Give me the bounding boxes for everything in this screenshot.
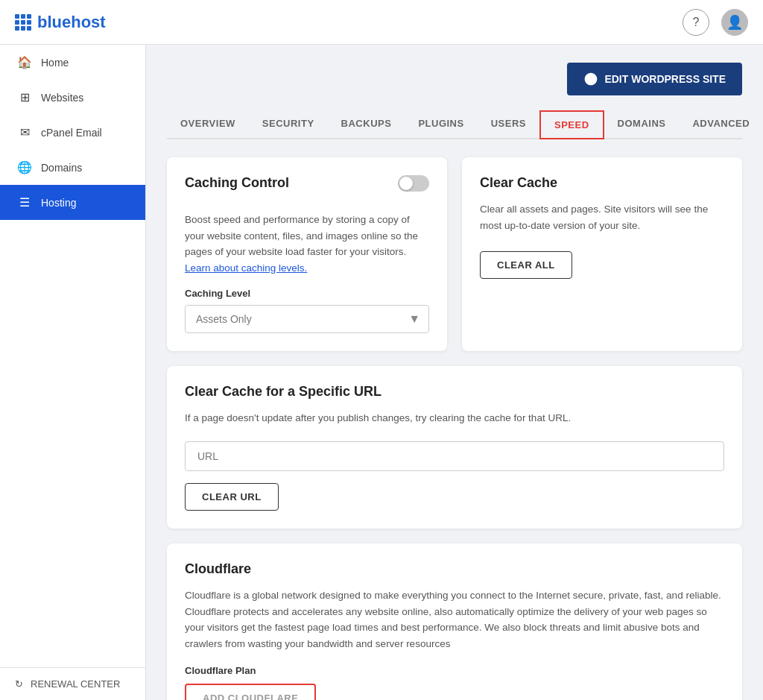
tabs-row: OVERVIEW SECURITY BACKUPS PLUGINS USERS …	[167, 110, 742, 139]
logo-grid-icon	[15, 14, 31, 31]
help-icon: ?	[693, 16, 700, 29]
email-icon: ✉	[17, 125, 32, 139]
tab-plugins[interactable]: PLUGINS	[405, 110, 477, 139]
clear-cache-description: Clear all assets and pages. Site visitor…	[480, 201, 724, 233]
caching-toggle[interactable]	[398, 175, 429, 192]
user-menu-button[interactable]: 👤	[721, 9, 748, 36]
clear-url-button[interactable]: CLEAR URL	[185, 483, 279, 511]
clear-url-title: Clear Cache for a Specific URL	[185, 384, 724, 400]
tab-overview[interactable]: OVERVIEW	[167, 110, 249, 139]
nav-icons: ? 👤	[683, 9, 748, 36]
caching-level-select[interactable]: Assets Only Standard Maximum	[185, 305, 429, 333]
help-button[interactable]: ?	[683, 9, 709, 36]
cloudflare-title: Cloudflare	[185, 561, 724, 577]
sidebar-item-hosting[interactable]: ☰ Hosting	[0, 185, 145, 220]
tab-speed[interactable]: SPEED	[539, 110, 604, 139]
main-layout: 🏠 Home ⊞ Websites ✉ cPanel Email 🌐 Domai…	[0, 45, 763, 700]
renewal-center-label: RENEWAL CENTER	[31, 678, 120, 690]
caching-learn-link[interactable]: Learn about caching levels.	[185, 262, 307, 274]
sidebar-item-websites[interactable]: ⊞ Websites	[0, 80, 145, 115]
url-input[interactable]	[185, 441, 724, 471]
edit-btn-row: EDIT WORDPRESS SITE	[167, 63, 742, 95]
hosting-icon: ☰	[17, 195, 32, 209]
toggle-knob	[399, 177, 413, 190]
user-icon: 👤	[726, 14, 743, 31]
caching-control-card: Caching Control Boost speed and performa…	[167, 157, 447, 351]
caching-level-select-wrapper: Assets Only Standard Maximum ▼	[185, 305, 429, 333]
edit-wordpress-button[interactable]: EDIT WORDPRESS SITE	[567, 63, 742, 95]
logo-area: bluehost	[15, 13, 106, 32]
cloudflare-plan-label: Cloudflare Plan	[185, 665, 724, 676]
sidebar-item-home[interactable]: 🏠 Home	[0, 45, 145, 80]
sidebar: 🏠 Home ⊞ Websites ✉ cPanel Email 🌐 Domai…	[0, 45, 146, 700]
clear-url-description: If a page doesn't update after you publi…	[185, 410, 724, 426]
sidebar-item-cpanel-email-label: cPanel Email	[41, 127, 102, 139]
edit-wordpress-label: EDIT WORDPRESS SITE	[604, 73, 726, 85]
sidebar-item-domains[interactable]: 🌐 Domains	[0, 150, 145, 185]
clear-cache-card: Clear Cache Clear all assets and pages. …	[462, 157, 742, 351]
domains-icon: 🌐	[17, 160, 32, 174]
content-area: EDIT WORDPRESS SITE OVERVIEW SECURITY BA…	[146, 45, 763, 700]
sidebar-item-websites-label: Websites	[41, 92, 83, 104]
caching-level-label: Caching Level	[185, 288, 429, 299]
sidebar-item-domains-label: Domains	[41, 162, 82, 174]
caching-control-title: Caching Control	[185, 175, 289, 191]
tab-security[interactable]: SECURITY	[249, 110, 328, 139]
sidebar-item-home-label: Home	[41, 57, 69, 69]
cloudflare-description: Cloudflare is a global network designed …	[185, 587, 724, 652]
sidebar-item-cpanel-email[interactable]: ✉ cPanel Email	[0, 115, 145, 150]
sidebar-item-hosting-label: Hosting	[41, 197, 76, 209]
logo-text: bluehost	[37, 13, 106, 32]
top-nav: bluehost ? 👤	[0, 0, 763, 45]
caching-description: Boost speed and performance by storing a…	[185, 212, 429, 276]
websites-icon: ⊞	[17, 90, 32, 104]
home-icon: 🏠	[17, 55, 32, 69]
tab-advanced[interactable]: ADVANCED	[679, 110, 763, 139]
clear-cache-title: Clear Cache	[480, 175, 724, 191]
wordpress-icon	[583, 72, 598, 86]
clear-url-card: Clear Cache for a Specific URL If a page…	[167, 366, 742, 529]
cards-row: Caching Control Boost speed and performa…	[167, 157, 742, 351]
caching-control-header: Caching Control	[185, 175, 429, 201]
tab-domains[interactable]: DOMAINS	[604, 110, 680, 139]
clear-all-button[interactable]: CLEAR ALL	[480, 251, 572, 279]
tab-backups[interactable]: BACKUPS	[328, 110, 405, 139]
renewal-icon: ↻	[15, 678, 23, 690]
cloudflare-card: Cloudflare Cloudflare is a global networ…	[167, 543, 742, 700]
tab-users[interactable]: USERS	[478, 110, 539, 139]
renewal-center-link[interactable]: ↻ RENEWAL CENTER	[0, 667, 145, 700]
add-cloudflare-button[interactable]: ADD CLOUDFLARE	[185, 684, 316, 700]
